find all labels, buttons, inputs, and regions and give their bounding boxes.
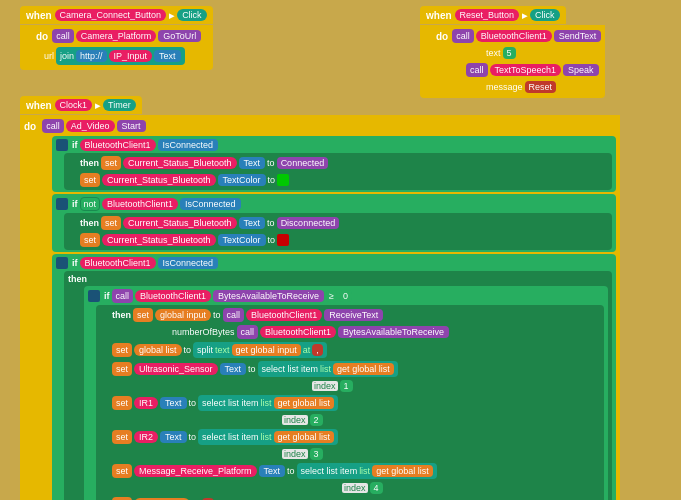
- select1-block[interactable]: select list item list get global list: [258, 361, 398, 377]
- get-list3-pill[interactable]: get global list: [274, 431, 335, 443]
- comma-val[interactable]: ,: [312, 344, 323, 356]
- isconnected2-prop[interactable]: IsConnected: [180, 198, 241, 210]
- set9[interactable]: set: [112, 430, 132, 444]
- isconnected-prop[interactable]: IsConnected: [158, 139, 219, 151]
- call-advideo[interactable]: call: [42, 119, 64, 133]
- bt-isconnected-comp[interactable]: BluetoothClient1: [80, 139, 156, 151]
- idx4-val[interactable]: 4: [370, 482, 383, 494]
- call5[interactable]: call: [223, 308, 245, 322]
- msg-comp[interactable]: Message_Receive_Platform: [134, 465, 257, 477]
- when-label-2: when: [426, 10, 452, 21]
- set8[interactable]: set: [112, 396, 132, 410]
- status-bt-comp3[interactable]: Current_Status_Bluetooth: [123, 217, 237, 229]
- get-input-pill[interactable]: get global input: [232, 344, 301, 356]
- get-list2-pill[interactable]: get global list: [274, 397, 335, 409]
- then4-label: then: [112, 310, 131, 320]
- text-label: text: [486, 48, 501, 58]
- idx2-val[interactable]: 2: [310, 414, 323, 426]
- bt-client-comp1[interactable]: BluetoothClient1: [476, 30, 552, 42]
- set5[interactable]: set: [133, 308, 153, 322]
- ir2-comp[interactable]: IR2: [134, 431, 158, 443]
- status-bt-comp2[interactable]: Current_Status_Bluetooth: [102, 174, 216, 186]
- split-block[interactable]: split text get global input at ,: [193, 342, 327, 358]
- reset-click-event[interactable]: Click: [530, 9, 560, 21]
- connected-val[interactable]: Connected: [277, 157, 329, 169]
- select4-block[interactable]: select list item list get global list: [297, 463, 437, 479]
- call-block-camera[interactable]: call: [52, 29, 74, 43]
- status-bt-comp1[interactable]: Current_Status_Bluetooth: [123, 157, 237, 169]
- bt3-comp[interactable]: BluetoothClient1: [80, 257, 156, 269]
- call6[interactable]: call: [237, 325, 259, 339]
- call-bt-sendtext[interactable]: call: [452, 29, 474, 43]
- disconnected-val[interactable]: Disconnected: [277, 217, 340, 229]
- get-list4-pill[interactable]: get global list: [372, 465, 433, 477]
- goto-url-method[interactable]: GoToUrl: [158, 30, 201, 42]
- set2[interactable]: set: [80, 173, 100, 187]
- bytes2-method[interactable]: BytesAvailableToReceive: [338, 326, 449, 338]
- advideo-comp[interactable]: Ad_Video: [66, 120, 115, 132]
- reset-button-comp[interactable]: Reset_Button: [455, 9, 520, 21]
- when-block-clock[interactable]: when Clock1 ▸ Timer: [20, 96, 142, 114]
- click-event[interactable]: Click: [177, 9, 207, 21]
- ultrasonic-comp[interactable]: Ultrasonic_Sensor: [134, 363, 218, 375]
- tts-comp[interactable]: TextToSpeech1: [490, 64, 562, 76]
- set4[interactable]: set: [80, 233, 100, 247]
- status-bt-comp4[interactable]: Current_Status_Bluetooth: [102, 234, 216, 246]
- select2-block[interactable]: select list item list get global list: [198, 395, 338, 411]
- idx1-val[interactable]: 1: [340, 380, 353, 392]
- text-prop10[interactable]: Text: [259, 465, 286, 477]
- http-val[interactable]: http://: [76, 50, 107, 62]
- bt4-comp[interactable]: BluetoothClient1: [135, 290, 211, 302]
- isconnected3-prop[interactable]: IsConnected: [158, 257, 219, 269]
- send-text-method[interactable]: SendText: [554, 30, 602, 42]
- ip-input-comp[interactable]: IP_Input: [109, 50, 153, 62]
- gt-symbol: ≥: [326, 290, 337, 302]
- get-list1-pill[interactable]: get global list: [333, 363, 394, 375]
- index1-label: index: [312, 381, 338, 391]
- when-label: when: [26, 10, 52, 21]
- bytes-method[interactable]: BytesAvailableToReceive: [213, 290, 324, 302]
- camera-platform-comp[interactable]: Camera_Platform: [76, 30, 157, 42]
- when-block-reset[interactable]: when Reset_Button ▸ Click: [420, 6, 566, 24]
- join-block[interactable]: join http:// IP_Input Text: [56, 47, 185, 65]
- set7[interactable]: set: [112, 362, 132, 376]
- do-label-3: do: [24, 121, 36, 132]
- group-reset-button: when Reset_Button ▸ Click do call Blueto…: [420, 5, 605, 98]
- text-prop1[interactable]: Text: [239, 157, 266, 169]
- call-tts[interactable]: call: [466, 63, 488, 77]
- receive-method[interactable]: ReceiveText: [324, 309, 383, 321]
- bt5-comp[interactable]: BluetoothClient1: [246, 309, 322, 321]
- bt2-comp[interactable]: BluetoothClient1: [102, 198, 178, 210]
- reset-str-val[interactable]: Reset: [525, 81, 557, 93]
- set3[interactable]: set: [101, 216, 121, 230]
- bt6-comp[interactable]: BluetoothClient1: [260, 326, 336, 338]
- set10[interactable]: set: [112, 464, 132, 478]
- camera-button-component[interactable]: Camera_Connect_Button: [55, 9, 167, 21]
- message-label: message: [486, 82, 523, 92]
- speak-method[interactable]: Speak: [563, 64, 599, 76]
- set6[interactable]: set: [112, 343, 132, 357]
- idx3-val[interactable]: 3: [310, 448, 323, 460]
- textcolor-prop1[interactable]: TextColor: [218, 174, 266, 186]
- ip-text-prop[interactable]: Text: [154, 50, 181, 62]
- if3-label: if: [72, 258, 78, 268]
- ir1-comp[interactable]: IR1: [134, 397, 158, 409]
- timer-event[interactable]: Timer: [103, 99, 136, 111]
- set1[interactable]: set: [101, 156, 121, 170]
- textcolor-prop2[interactable]: TextColor: [218, 234, 266, 246]
- text-prop3[interactable]: Text: [239, 217, 266, 229]
- start-method[interactable]: Start: [117, 120, 146, 132]
- text-prop7[interactable]: Text: [220, 363, 247, 375]
- global-list-var1[interactable]: global list: [134, 344, 182, 356]
- if4-label: if: [104, 291, 110, 301]
- zero-val[interactable]: 0: [339, 290, 352, 302]
- select3-block[interactable]: select list item list get global list: [198, 429, 338, 445]
- text-prop8[interactable]: Text: [160, 397, 187, 409]
- clock1-comp[interactable]: Clock1: [55, 99, 93, 111]
- num-val-5[interactable]: 5: [503, 47, 516, 59]
- global-input-var[interactable]: global input: [155, 309, 211, 321]
- text-prop9[interactable]: Text: [160, 431, 187, 443]
- numbytes-label: numberOfBytes: [172, 327, 235, 337]
- call4[interactable]: call: [112, 289, 134, 303]
- when-block-camera[interactable]: when Camera_Connect_Button ▸ Click: [20, 6, 213, 24]
